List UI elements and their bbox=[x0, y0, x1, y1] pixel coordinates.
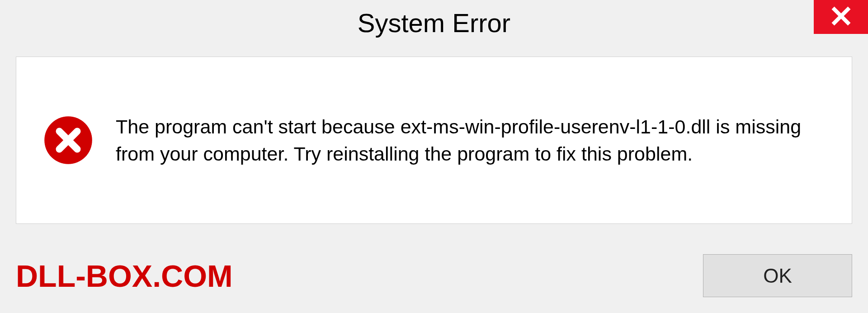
footer: DLL-BOX.COM OK bbox=[16, 254, 852, 297]
watermark-text: DLL-BOX.COM bbox=[16, 258, 233, 294]
error-message: The program can't start because ext-ms-w… bbox=[116, 113, 825, 167]
titlebar: System Error bbox=[0, 0, 868, 45]
content-panel: The program can't start because ext-ms-w… bbox=[16, 57, 852, 224]
ok-button[interactable]: OK bbox=[703, 254, 852, 297]
close-button[interactable] bbox=[814, 0, 868, 34]
ok-button-label: OK bbox=[763, 265, 792, 287]
error-icon bbox=[43, 115, 93, 165]
close-icon bbox=[831, 6, 851, 28]
window-title: System Error bbox=[358, 8, 510, 38]
